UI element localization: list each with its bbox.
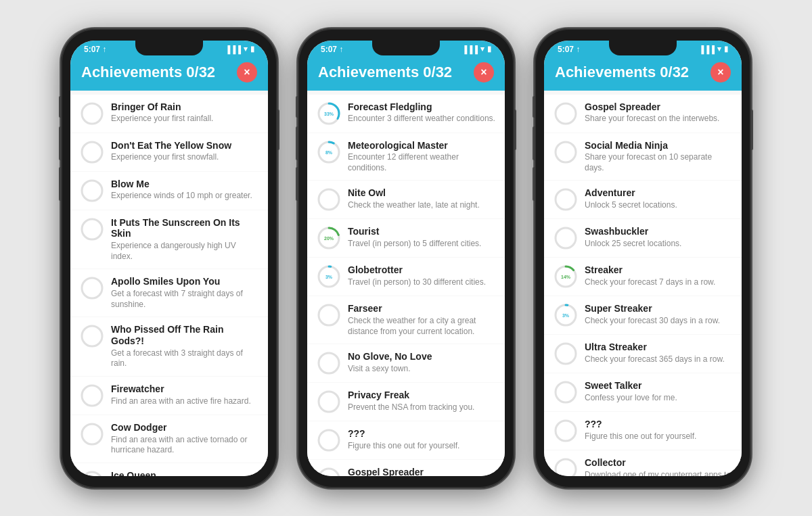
signal-icon: ▐▐▐ [225,45,241,53]
achievement-item: Adventurer Unlock 5 secret locations. [544,181,742,218]
achievement-text: Streaker Check your forecast 7 days in a… [585,264,732,287]
achievement-name: Nite Owl [348,187,495,199]
achievement-item: Apollo Smiles Upon You Get a forecast wi… [70,269,268,316]
svg-point-43 [556,459,576,475]
achievement-text: Blow Me Experience winds of 10 mph or gr… [111,179,258,202]
achievement-item: Ice Queen Find an area with an active wi… [70,463,268,475]
svg-point-4 [82,278,102,298]
achievement-name: Collector [585,457,732,469]
svg-point-27 [319,392,339,412]
svg-point-26 [319,353,339,373]
achievement-text: It Puts The Sunscreen On Its Skin Experi… [111,217,258,262]
achievement-name: Gospel Spreader [585,101,732,113]
header-title: Achievements 0/32 [81,64,215,81]
achievement-desc: Check your forecast 7 days in a row. [585,277,732,288]
status-icons: ▐▐▐ ▾ ▮ [225,45,254,53]
achievements-list[interactable]: Gospel Spreader Share your forecast on t… [544,91,742,476]
achievement-desc: Experience winds of 10 mph or greater. [111,191,258,202]
progress-circle [554,380,578,404]
achievement-item: It Puts The Sunscreen On Its Skin Experi… [70,210,268,269]
achievement-desc: Unlock 5 secret locations. [585,200,732,211]
achievement-name: Tourist [348,226,495,237]
achievements-list[interactable]: Bringer Of Rain Experience your first ra… [70,91,268,476]
phone-phone2: 5:07 ↑ ▐▐▐ ▾ ▮ Achievements 0/32 × 33% [298,28,514,488]
achievement-item: Nite Owl Check the weather late, late at… [307,181,505,218]
wifi-icon: ▾ [480,45,484,53]
achievement-text: Bringer Of Rain Experience your first ra… [111,101,258,124]
svg-point-2 [82,181,102,201]
phone-screen: 5:07 ↑ ▐▐▐ ▾ ▮ Achievements 0/32 × [70,41,268,476]
achievements-header: Achievements 0/32 × [307,57,505,91]
mute-button [59,96,61,118]
achievement-text: Apollo Smiles Upon You Get a forecast wi… [111,276,258,310]
progress-circle [80,324,104,348]
svg-text:8%: 8% [325,150,333,155]
achievement-name: Privacy Freak [348,390,495,401]
achievement-text: Ultra Streaker Check your forecast 365 d… [585,342,732,365]
achievement-text: Firewatcher Find an area with an active … [111,383,258,406]
achievement-desc: Experience your first rainfall. [111,114,258,124]
achievement-name: Cow Dodger [111,422,258,433]
achievement-desc: Figure this one out for yourself. [585,431,732,442]
achievement-name: Meteorological Master [348,140,495,151]
achievement-text: Social Media Ninja Share your forecast o… [585,140,732,174]
svg-point-41 [556,382,576,402]
volume-up-button [533,126,535,160]
progress-circle [554,187,578,212]
achievement-desc: Experience a dangerously high UV index. [111,241,258,262]
svg-point-29 [319,469,339,475]
achievement-desc: Check the weather for a city a great dis… [348,316,495,337]
achievement-text: Gospel Spreader Share your forecast on t… [585,101,732,124]
progress-circle: 33% [317,101,341,126]
achievement-name: Ultra Streaker [585,342,732,353]
achievement-item: 14% Streaker Check your forecast 7 days … [544,258,742,296]
svg-point-0 [82,103,102,124]
power-button [277,110,279,150]
wifi-icon: ▾ [244,45,248,53]
volume-up-button [296,126,298,160]
achievement-desc: Encounter 3 different weather conditions… [348,114,495,124]
power-button [514,110,516,150]
achievement-item: ??? Figure this one out for yourself. [544,412,742,450]
achievement-desc: Get a forecast with 3 straight days of r… [111,348,258,369]
close-button[interactable]: × [237,62,257,83]
progress-circle: 20% [317,226,341,250]
achievement-item: Firewatcher Find an area with an active … [70,377,268,415]
achievements-list[interactable]: 33% Forecast Fledgling Encounter 3 diffe… [307,91,505,476]
achievement-text: Meteorological Master Encounter 12 diffe… [348,140,495,174]
achievement-desc: Visit a sexy town. [348,364,495,375]
svg-point-40 [556,344,576,364]
close-button[interactable]: × [710,62,731,83]
status-time: 5:07 ↑ [558,45,580,54]
achievement-text: Globetrotter Travel (in person) to 30 di… [348,264,495,287]
svg-text:33%: 33% [324,112,334,116]
achievement-text: Collector Download one of my counterpart… [585,457,732,475]
achievement-text: Farseer Check the weather for a city a g… [348,303,495,337]
achievement-text: Ice Queen Find an area with an active wi… [111,470,258,475]
achievement-desc: Check your forecast 365 days in a row. [585,354,732,365]
achievement-name: Adventurer [585,187,732,199]
achievement-item: Swashbuckler Unlock 25 secret locations. [544,219,742,257]
achievements-header: Achievements 0/32 × [70,57,268,91]
achievement-text: Super Streaker Check your forecast 30 da… [585,303,732,326]
progress-circle [317,467,341,475]
progress-circle [317,428,341,452]
achievement-desc: Share your forecast on 10 separate days. [585,152,732,173]
phone-phone1: 5:07 ↑ ▐▐▐ ▾ ▮ Achievements 0/32 × [61,28,277,488]
status-time: 5:07 ↑ [321,45,343,54]
achievement-name: ??? [348,428,495,440]
achievement-name: Swashbuckler [585,226,732,237]
achievement-desc: Check your forecast 30 days in a row. [585,316,732,327]
achievement-name: Farseer [348,303,495,314]
close-button[interactable]: × [474,62,494,83]
achievement-name: ??? [585,419,732,430]
achievement-item: 33% Forecast Fledgling Encounter 3 diffe… [307,95,505,133]
achievement-text: ??? Figure this one out for yourself. [585,419,732,442]
svg-text:14%: 14% [561,275,571,279]
progress-circle: 14% [554,264,578,289]
achievement-item: Gospel Spreader Share your forecast on t… [544,95,742,133]
header-title: Achievements 0/32 [555,64,689,81]
achievement-desc: Encounter 12 different weather condition… [348,152,495,173]
achievement-desc: Travel (in person) to 5 different cities… [348,239,495,250]
svg-point-25 [319,305,339,325]
